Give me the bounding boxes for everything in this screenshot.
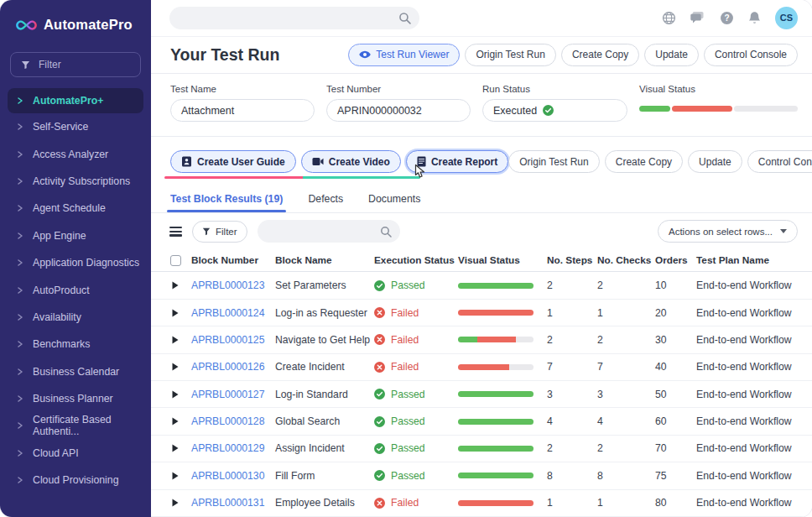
expand-arrow-icon[interactable] <box>172 309 191 317</box>
table-filter-button[interactable]: Filter <box>192 221 247 243</box>
run-status-input[interactable]: Executed <box>482 99 627 122</box>
expand-arrow-icon[interactable] <box>172 499 191 507</box>
main-area: ? CS Your Test Run Test Run ViewerOrigin… <box>151 0 812 517</box>
sidebar-item-benchmarks[interactable]: Benchmarks <box>0 331 151 358</box>
sidebar-item-label: Certificate Based Authenti... <box>33 414 151 437</box>
test-plan-name: End-to-end Workflow <box>696 389 798 400</box>
chevron-right-icon <box>17 151 23 158</box>
no-steps: 2 <box>547 442 597 454</box>
execution-status: Failed <box>374 497 458 509</box>
block-number-link[interactable]: APRBL0000129 <box>191 442 275 454</box>
origin-test-run-button[interactable]: Origin Test Run <box>465 44 555 66</box>
check-circle-icon <box>543 105 554 116</box>
block-number-link[interactable]: APRBL0000131 <box>191 497 275 509</box>
sidebar-item-business-calendar[interactable]: Business Calendar <box>0 358 151 385</box>
eye-icon <box>359 50 371 59</box>
block-number-link[interactable]: APRBL0000130 <box>191 470 275 482</box>
sidebar-item-application-diagnostics[interactable]: Application Diagnostics <box>0 249 151 276</box>
actions-on-rows-dropdown[interactable]: Actions on select rows... <box>658 220 798 243</box>
sidebar-item-app-engine[interactable]: App Engine <box>0 222 151 249</box>
x-circle-icon <box>374 307 385 318</box>
control-console-button-secondary[interactable]: Control Console <box>747 150 812 173</box>
help-icon[interactable]: ? <box>720 11 734 25</box>
sidebar-item-access-analyzer[interactable]: Access Analyzer <box>0 140 151 167</box>
menu-icon[interactable] <box>169 224 182 238</box>
test-plan-name: End-to-end Workflow <box>696 442 798 454</box>
visual-status-bar <box>458 337 534 342</box>
create-video-button[interactable]: Create Video <box>301 150 401 173</box>
expand-arrow-icon[interactable] <box>172 417 191 426</box>
update-button[interactable]: Update <box>644 44 699 66</box>
column-header-execution-status: Execution Status <box>374 254 458 266</box>
sidebar-item-cloud-api[interactable]: Cloud API <box>0 440 151 467</box>
sidebar-item-self-service[interactable]: Self-Service <box>0 113 151 140</box>
red-bar-segment <box>477 337 517 342</box>
global-search-input[interactable] <box>169 7 419 29</box>
sidebar-item-activity-subscriptions[interactable]: Activity Subscriptions <box>0 168 151 195</box>
expand-arrow-icon[interactable] <box>172 336 191 344</box>
table-search-input[interactable] <box>258 220 400 243</box>
update-button-secondary[interactable]: Update <box>688 150 742 173</box>
create-copy-button-secondary[interactable]: Create Copy <box>605 150 683 173</box>
sidebar-item-certificate-based-authenti[interactable]: Certificate Based Authenti... <box>0 412 151 439</box>
sidebar-item-agent-schedule[interactable]: Agent Schedule <box>0 195 151 222</box>
create-copy-button[interactable]: Create Copy <box>561 44 639 66</box>
block-number-link[interactable]: APRBL0000126 <box>191 361 275 373</box>
gray-bar-segment <box>734 106 798 112</box>
create-user-guide-button[interactable]: Create User Guide <box>170 150 296 173</box>
topbar: ? CS <box>151 0 812 37</box>
orders: 80 <box>655 497 696 509</box>
table-row: APRBL0000126Create IncidentFailed7740End… <box>151 354 812 381</box>
expand-arrow-icon[interactable] <box>172 281 191 290</box>
sidebar-item-business-planner[interactable]: Business Planner <box>0 385 151 412</box>
sidebar-item-label: Benchmarks <box>33 338 90 350</box>
test-details-form: Test Name Attachment Test Number APRIN00… <box>151 74 812 137</box>
expand-arrow-icon[interactable] <box>172 390 191 399</box>
avatar[interactable]: CS <box>775 7 798 29</box>
no-steps: 8 <box>547 470 597 482</box>
sidebar-item-label: Business Calendar <box>33 366 119 378</box>
block-name: Set Parameters <box>275 279 374 291</box>
table-row: APRBL0000128Global SearchPassed4460End-t… <box>151 408 812 435</box>
test-plan-name: End-to-end Workflow <box>696 307 798 319</box>
control-console-button[interactable]: Control Console <box>704 44 798 66</box>
sidebar-filter-input[interactable]: Filter <box>10 52 141 77</box>
test-plan-name: End-to-end Workflow <box>696 279 798 291</box>
block-number-link[interactable]: APRBL0000123 <box>191 279 275 291</box>
chat-icon[interactable] <box>690 12 705 24</box>
sidebar-item-availability[interactable]: Availability <box>0 304 151 331</box>
block-number-link[interactable]: APRBL0000124 <box>191 307 275 319</box>
block-number-link[interactable]: APRBL0000128 <box>191 415 275 427</box>
execution-status: Failed <box>374 361 458 373</box>
gray-bar-segment <box>516 337 534 342</box>
globe-icon[interactable] <box>662 11 676 25</box>
origin-test-run-button-secondary[interactable]: Origin Test Run <box>508 150 599 173</box>
secondary-buttons: Origin Test RunCreate CopyUpdateControl … <box>508 150 812 173</box>
create-report-button[interactable]: Create Report <box>406 150 508 173</box>
no-steps: 7 <box>547 361 597 373</box>
block-number-link[interactable]: APRBL0000125 <box>191 334 275 346</box>
select-all-checkbox[interactable] <box>170 255 181 266</box>
tab-test-block-results-19[interactable]: Test Block Results (19) <box>170 186 283 212</box>
chevron-right-icon <box>17 422 23 429</box>
test-number-input[interactable]: APRIN000000032 <box>326 99 471 122</box>
bell-icon[interactable] <box>748 11 761 25</box>
test-run-viewer-button[interactable]: Test Run Viewer <box>348 44 460 66</box>
tab-defects[interactable]: Defects <box>308 186 343 212</box>
gray-bar-segment <box>509 364 534 370</box>
column-header-block-number: Block Number <box>191 254 275 266</box>
sidebar-item-autoproduct[interactable]: AutoProduct <box>0 276 151 303</box>
test-name-input[interactable]: Attachment <box>170 99 315 122</box>
expand-arrow-icon[interactable] <box>172 472 191 480</box>
sidebar-item-cloud-provisioning[interactable]: Cloud Provisioning <box>0 467 151 494</box>
orders: 70 <box>655 442 696 454</box>
table-row: APRBL0000124Log-in as RequesterFailed112… <box>151 300 812 326</box>
sidebar-item-automatepro[interactable]: AutomatePro+ <box>8 88 143 113</box>
block-number-link[interactable]: APRBL0000127 <box>191 389 275 400</box>
chevron-right-icon <box>17 395 23 402</box>
tab-documents[interactable]: Documents <box>368 186 420 212</box>
table-row: APRBL0000123Set ParametersPassed2210End-… <box>151 272 812 299</box>
no-steps: 1 <box>547 497 597 509</box>
expand-arrow-icon[interactable] <box>172 363 191 371</box>
expand-arrow-icon[interactable] <box>172 444 191 452</box>
